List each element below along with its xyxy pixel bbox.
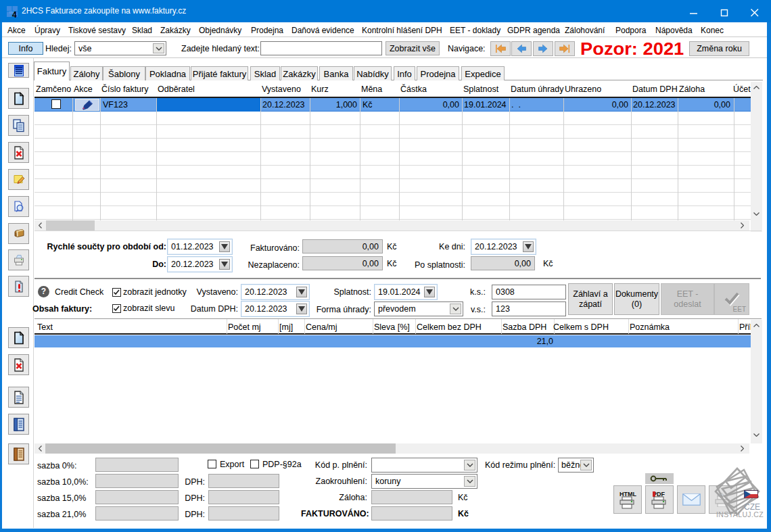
svg-text:4: 4 [12,10,17,18]
